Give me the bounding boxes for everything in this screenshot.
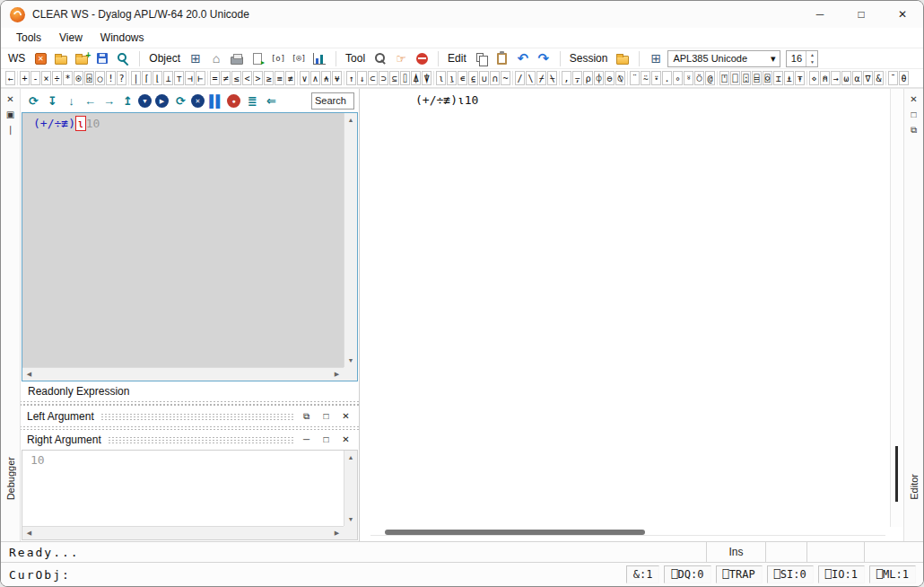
apl-symbol-button[interactable]: ⌶ [773,71,783,85]
print-object-button[interactable] [228,49,246,67]
apl-symbol-button[interactable]: ≥ [264,71,274,85]
session-file-button[interactable] [614,49,632,67]
edit-array-button[interactable]: ⊞ [187,49,205,67]
apl-symbol-button[interactable]: ↑ [346,71,356,85]
apl-symbol-button[interactable]: ⍒ [422,71,431,85]
apl-symbol-button[interactable]: ⍳ [436,71,446,85]
scrollbar-thumb[interactable] [895,446,898,502]
threads-icon[interactable]: ≣ [244,93,259,109]
apl-symbol-button[interactable]: ⍪ [572,71,582,85]
apl-symbol-button[interactable]: ⍠ [741,71,751,85]
apl-symbol-button[interactable]: ⌽ [594,71,604,85]
apl-symbol-button[interactable]: \ [526,71,536,85]
apl-symbol-button[interactable]: ⌈ [142,71,152,85]
scroll-right-icon[interactable]: ▶ [330,527,344,540]
apl-symbol-button[interactable]: ⍷ [468,71,478,85]
apl-symbol-button[interactable]: ⍝ [820,71,830,85]
maximize-icon[interactable]: □ [319,435,333,444]
font-size-stepper[interactable]: 16 ▲ ▼ [786,50,818,67]
apl-symbol-button[interactable]: ⋄ [809,71,819,85]
drag-handle[interactable] [108,436,293,444]
apl-symbol-button[interactable]: ¨ [630,71,640,85]
apl-symbol-button[interactable]: ~ [501,71,510,85]
ws-properties-button[interactable] [114,49,132,67]
edit-object-button[interactable]: ⌂ [207,49,225,67]
object-properties-button[interactable]: [o] [269,49,287,67]
editor-tab-label[interactable]: Editor [909,474,920,500]
restart-icon[interactable]: ⟳ [25,93,40,109]
apl-symbol-button[interactable]: ⍨ [641,71,650,85]
quit-icon[interactable]: ⇐ [263,93,278,109]
menu-windows[interactable]: Windows [92,30,153,46]
apl-symbol-button[interactable]: ÷ [52,71,62,85]
apl-symbol-button[interactable]: > [253,71,263,85]
clear-ws-button[interactable] [31,49,49,67]
close-icon[interactable]: ✕ [910,95,917,104]
apl-symbol-button[interactable]: ? [117,71,126,85]
minimize-button[interactable]: ─ [799,1,841,28]
back-icon[interactable]: ← [82,93,97,109]
apl-symbol-button[interactable]: ⍞ [719,71,729,85]
drag-handle[interactable] [100,413,293,421]
spin-down-icon[interactable]: ▼ [806,58,817,66]
reset-trace-icon[interactable]: ⟳ [172,93,187,109]
apl-symbol-button[interactable]: ⍲ [321,71,331,85]
apl-symbol-button[interactable]: - [31,71,40,85]
close-icon[interactable]: ✕ [339,435,353,444]
apl-symbol-button[interactable]: ⊥ [163,71,173,85]
close-icon[interactable]: ✕ [339,412,353,421]
apl-symbol-button[interactable]: ⊢ [196,71,205,85]
apl-symbol-button[interactable]: → [831,71,841,85]
apl-symbol-button[interactable]: / [515,71,525,85]
apl-symbol-button[interactable]: ⌷ [400,71,410,85]
apl-symbol-button[interactable]: ≢ [285,71,295,85]
apl-symbol-button[interactable]: = [210,71,220,85]
apl-symbol-button[interactable]: ⌸ [752,71,762,85]
apl-symbol-button[interactable]: ∊ [458,71,467,85]
apl-symbol-button[interactable]: ⍴ [583,71,593,85]
trace-into-icon[interactable]: ↧ [44,93,59,109]
apl-symbol-button[interactable]: + [20,71,30,85]
vertical-scrollbar[interactable]: ▲ ▼ [344,451,357,526]
apl-symbol-button[interactable]: ⊆ [389,71,399,85]
restore-icon[interactable]: ⧉ [300,412,313,421]
apl-symbol-button[interactable]: ≠ [221,71,231,85]
scrollbar-thumb[interactable] [385,530,645,535]
menu-view[interactable]: View [51,30,91,46]
step-out-icon[interactable]: ↥ [119,93,135,109]
apl-symbol-button[interactable]: ∪ [479,71,489,85]
apl-symbol-button[interactable]: * [63,71,73,85]
apl-symbol-button[interactable]: < [242,71,252,85]
minimize-icon[interactable]: ─ [300,435,313,444]
apl-symbol-button[interactable]: ⌺ [763,71,772,85]
scroll-up-icon[interactable]: ▲ [344,113,358,127]
apl-symbol-button[interactable]: ⍵ [841,71,851,85]
apl-symbol-button[interactable]: ! [106,71,116,85]
font-select[interactable]: APL385 Unicode ▾ [667,50,780,67]
horizontal-scrollbar[interactable] [370,530,885,536]
chart-wizard-button[interactable] [310,49,328,67]
apl-symbol-button[interactable]: ⍤ [684,71,693,85]
restore-icon[interactable]: ⧉ [911,126,917,135]
apl-symbol-button[interactable]: ↓ [357,71,367,85]
menu-tools[interactable]: Tools [8,30,49,46]
spin-up-icon[interactable]: ▲ [806,51,817,59]
copy-ws-button[interactable] [73,49,91,67]
continue-icon[interactable]: ▼ [138,94,152,108]
apl-symbol-button[interactable]: ⌹ [84,71,94,85]
scroll-left-icon[interactable]: ◀ [22,527,36,540]
apl-symbol-button[interactable]: @ [705,71,715,85]
load-ws-button[interactable] [52,49,70,67]
object-methods-button[interactable]: [⍟] [290,49,308,67]
run-icon[interactable]: ▶ [155,94,169,108]
float-icon[interactable]: ▣ [6,110,14,119]
redo-button[interactable]: ↷ [535,49,553,67]
apl-symbol-button[interactable]: ⍺ [852,71,862,85]
apl-symbol-button[interactable]: ⍸ [447,71,457,85]
apl-symbol-button[interactable]: ○ [95,71,105,85]
scroll-left-icon[interactable]: ◀ [22,368,36,381]
copy-button[interactable] [473,49,491,67]
apl-symbol-button[interactable]: ⍎ [784,71,794,85]
explorer-tool-button[interactable]: ☞ [392,49,410,67]
apl-symbol-button[interactable]: ⍟ [74,71,83,85]
